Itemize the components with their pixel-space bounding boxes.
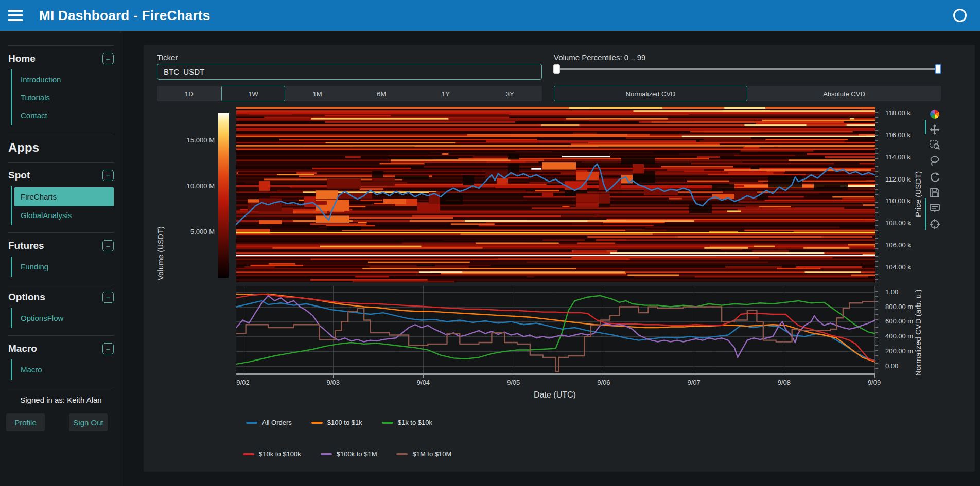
lasso-select-icon[interactable] [929, 155, 940, 167]
hamburger-menu-icon[interactable] [8, 10, 23, 21]
slider-handle-max[interactable] [935, 64, 941, 74]
autoscale-icon[interactable] [929, 172, 940, 183]
range-button-6m[interactable]: 6M [349, 86, 414, 101]
price-tick-label: 118.00 k [885, 109, 911, 117]
legend-item--100k-to-1m[interactable]: $100k to $1M [321, 450, 377, 458]
ticker-input[interactable] [157, 64, 542, 80]
x-tick-mark [604, 375, 604, 378]
signout-button[interactable]: Sign Out [69, 413, 108, 431]
cvd-button-absolute-cvd[interactable]: Absolute CVD [747, 86, 941, 101]
range-button-1w[interactable]: 1W [221, 86, 286, 101]
collapse-icon[interactable]: − [102, 170, 114, 181]
price-axis-minor-ticks [875, 107, 878, 282]
legend-item--1m-to-10m[interactable]: $1M to $10M [396, 450, 451, 458]
range-button-1m[interactable]: 1M [285, 86, 349, 101]
legend-item--100-to-1k[interactable]: $100 to $1k [311, 419, 362, 426]
x-tick-label: 9/07 [687, 379, 700, 386]
x-tick-mark [514, 375, 514, 378]
ticker-label: Ticker [157, 53, 178, 62]
slider-handle-min[interactable] [553, 64, 560, 74]
plotly-logo-icon[interactable] [929, 109, 940, 120]
sidebar-group-items: OptionsFlow [11, 308, 114, 328]
range-button-group: 1D1W1M6M1Y3Y [157, 86, 542, 101]
legend-label: $1M to $10M [412, 450, 451, 458]
cvd-button-group: Normalized CVDAbsolute CVD [554, 86, 941, 101]
sidebar-heading-options: Options [8, 292, 45, 303]
volume-colorbar [218, 113, 229, 278]
app-window: MI Dashboard - FireCharts Home−Introduct… [0, 0, 980, 486]
volume-heatmap-chart[interactable] [236, 107, 875, 282]
legend-item--1k-to-10k[interactable]: $1k to $10k [382, 419, 432, 426]
legend-item--10k-to-100k[interactable]: $10k to $100k [243, 450, 301, 458]
x-axis-title: Date (UTC) [534, 390, 576, 400]
price-axis-title: Price (USDT) [914, 148, 922, 240]
sidebar-heading-macro: Macro [8, 343, 37, 354]
legend-swatch [246, 422, 257, 424]
sidebar-item-funding[interactable]: Funding [12, 258, 114, 276]
sidebar-item-globalanalysis[interactable]: GlobalAnalysis [12, 206, 114, 224]
cvd-tick-label: 200.00 m [885, 347, 913, 355]
cvd-button-normalized-cvd[interactable]: Normalized CVD [554, 86, 747, 101]
user-circle-icon[interactable] [953, 9, 967, 22]
collapse-icon[interactable]: − [102, 343, 114, 354]
sidebar-heading-futures: Futures [8, 240, 44, 251]
box-zoom-icon[interactable] [929, 139, 940, 151]
cvd-tick-label: 800.00 m [885, 303, 913, 311]
sidebar-section-macro: Macro− [8, 343, 114, 354]
cvd-axis-title: Normalized CVD (arb. u.) [914, 266, 922, 400]
legend-label: $10k to $100k [259, 450, 301, 458]
cvd-axis-minor-ticks [875, 286, 878, 373]
sidebar-section-futures: Futures− [8, 240, 114, 251]
sidebar-item-firecharts[interactable]: FireCharts [14, 187, 114, 206]
price-tick-label: 106.00 k [885, 241, 911, 249]
x-axis-line [236, 373, 875, 375]
x-tick-label: 9/09 [868, 379, 881, 386]
sidebar-group-items: IntroductionTutorialsContact [11, 69, 114, 125]
range-button-1y[interactable]: 1Y [414, 86, 478, 101]
profile-button[interactable]: Profile [6, 413, 45, 431]
legend-label: All Orders [262, 419, 292, 426]
legend-swatch [321, 453, 332, 455]
modebar-active-indicator [925, 120, 926, 134]
price-tick-label: 112.00 k [885, 175, 911, 183]
collapse-icon[interactable]: − [102, 292, 114, 303]
range-button-3y[interactable]: 3Y [478, 86, 542, 101]
sidebar-heading-home: Home [8, 53, 36, 64]
collapse-icon[interactable]: − [102, 240, 114, 251]
app-title: MI Dashboard - FireCharts [39, 8, 211, 24]
legend-swatch [311, 422, 323, 424]
sidebar-heading-apps: Apps [8, 140, 39, 155]
x-tick-label: 9/04 [417, 379, 430, 386]
x-tick-label: 9/02 [236, 379, 249, 386]
spikelines-icon[interactable] [929, 219, 940, 230]
sidebar-item-tutorials[interactable]: Tutorials [12, 88, 114, 106]
chart-legend-row-2: $10k to $100k$100k to $1M$1M to $10M [243, 450, 451, 458]
legend-item-all-orders[interactable]: All Orders [246, 419, 292, 426]
volume-percentiles-label: Volume Percentiles: 0 .. 99 [554, 53, 645, 62]
sidebar-item-optionsflow[interactable]: OptionsFlow [12, 309, 114, 327]
sidebar-item-macro[interactable]: Macro [12, 361, 114, 379]
x-tick-mark [874, 375, 875, 378]
save-icon[interactable] [929, 187, 940, 199]
volume-percentile-slider [554, 64, 941, 74]
pan-icon[interactable] [929, 124, 940, 135]
x-tick-label: 9/08 [778, 379, 791, 386]
colorbar-tick-label: 15.000 M [168, 136, 215, 144]
sidebar-item-introduction[interactable]: Introduction [12, 70, 114, 88]
x-tick-mark [243, 375, 243, 378]
legend-label: $100k to $1M [337, 450, 377, 458]
hover-icon[interactable] [929, 203, 940, 214]
range-button-1d[interactable]: 1D [157, 86, 221, 101]
slider-track[interactable] [554, 68, 941, 70]
price-tick-label: 104.00 k [885, 263, 911, 271]
collapse-icon[interactable]: − [102, 53, 114, 64]
sidebar-item-contact[interactable]: Contact [12, 106, 114, 124]
price-tick-label: 108.00 k [885, 219, 911, 227]
cvd-line-chart[interactable] [236, 286, 875, 373]
sidebar-section-spot: Spot− [8, 170, 114, 181]
sidebar: Home−IntroductionTutorialsContactAppsSpo… [0, 31, 122, 486]
x-tick-label: 9/05 [507, 379, 520, 386]
signed-in-text: Signed in as: Keith Alan [0, 395, 122, 404]
cvd-tick-label: 400.00 m [885, 332, 913, 340]
sidebar-heading-spot: Spot [8, 170, 30, 181]
